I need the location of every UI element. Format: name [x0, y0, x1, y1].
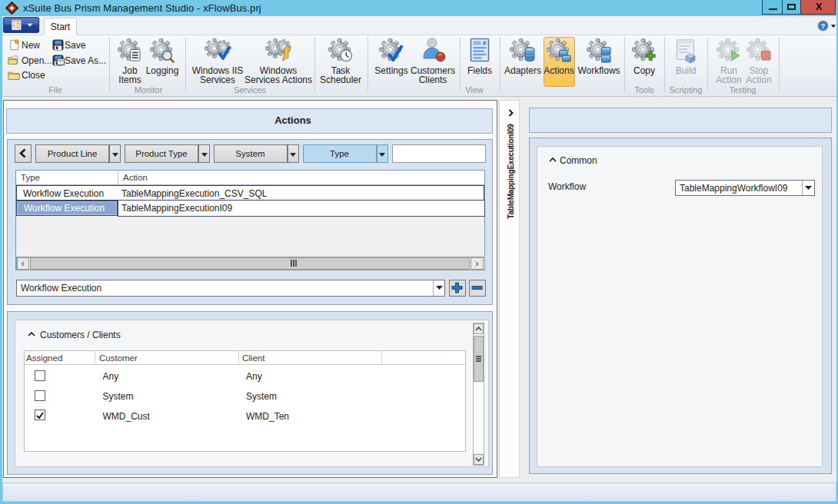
- svg-text:?: ?: [821, 22, 826, 30]
